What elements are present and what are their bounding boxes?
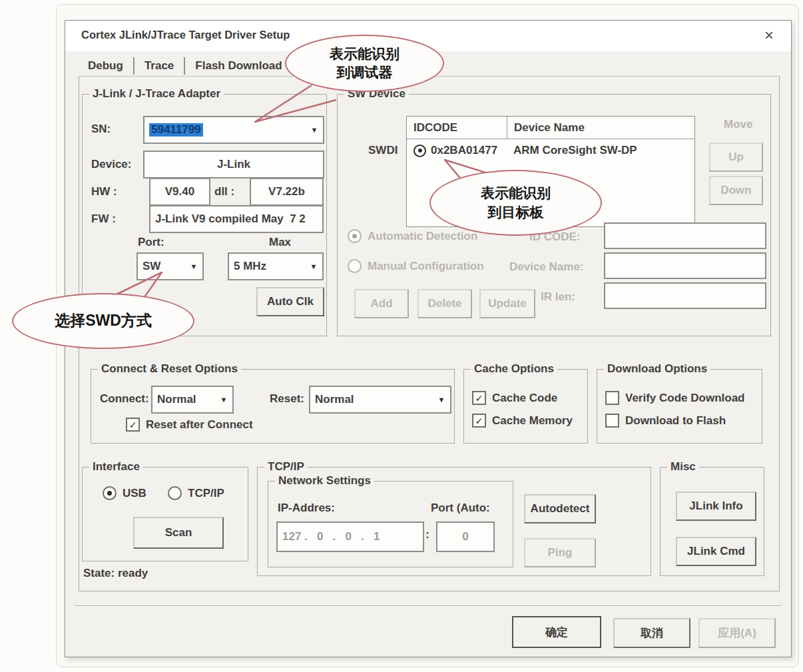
callout-select-swd: 选择SWD方式 [12, 293, 194, 349]
idcode-value: 0x2BA01477 [431, 144, 497, 157]
autodetect-button[interactable]: Autodetect [524, 494, 596, 523]
port-auto-label: Port (Auto: [431, 502, 490, 515]
ir-len-input[interactable] [604, 282, 766, 309]
ip-address-input: 127 . 0 . 0 . 1 [276, 521, 424, 552]
jlink-cmd-button[interactable]: JLink Cmd [676, 537, 756, 566]
table-row[interactable]: 0x2BA01477 ARM CoreSight SW-DP [407, 139, 694, 162]
sn-value: 59411799 [149, 123, 203, 137]
hw-field: V9.40 [149, 178, 210, 206]
device-name-header: Device Name [507, 121, 591, 135]
usb-radio[interactable]: USB [103, 486, 146, 500]
apply-button: 应用(A) [698, 618, 776, 648]
device-name-input[interactable] [604, 252, 766, 279]
misc-group: Misc JLink Info JLink Cmd [660, 467, 764, 576]
tab-trace[interactable]: Trace [134, 57, 185, 75]
update-button: Update [479, 289, 535, 318]
checkbox-unchecked-icon: ✓ [605, 391, 619, 405]
cache-memory-checkbox[interactable]: ✓ Cache Memory [472, 414, 573, 428]
reset-after-connect-checkbox[interactable]: ✓ Reset after Connect [126, 418, 253, 432]
dll-field: V7.22b [250, 178, 324, 206]
state-text: State: ready [83, 567, 148, 580]
swdio-row-label: SWDI [368, 144, 398, 157]
ir-len-label: IR len: [541, 290, 575, 304]
cache-code-checkbox[interactable]: ✓ Cache Code [472, 391, 557, 405]
manual-configuration-radio: Manual Configuration [348, 259, 484, 273]
verify-code-download-checkbox[interactable]: ✓ Verify Code Download [605, 391, 744, 405]
sn-combobox[interactable]: 59411799 ▼ [143, 116, 324, 144]
port-input: 0 [436, 521, 495, 552]
hw-label: HW : [91, 185, 117, 198]
fw-field: J-Link V9 compiled May 7 2 [149, 205, 324, 233]
move-down-button: Down [709, 176, 763, 205]
tab-flash-download[interactable]: Flash Download [185, 57, 293, 75]
auto-clk-button[interactable]: Auto Clk [256, 287, 324, 316]
delete-button: Delete [417, 289, 472, 318]
chevron-down-icon[interactable]: ▼ [306, 126, 323, 134]
misc-legend: Misc [667, 460, 699, 474]
fw-value: J-Link V9 compiled May 7 2 [150, 212, 310, 226]
radio-checked-icon [348, 229, 362, 243]
reset-label: Reset: [270, 392, 304, 406]
tcpip-radio[interactable]: TCP/IP [168, 486, 224, 500]
connect-combobox[interactable]: Normal ▼ [151, 386, 234, 414]
network-settings-legend: Network Settings [275, 474, 374, 488]
reset-combobox[interactable]: Normal ▼ [309, 386, 451, 414]
ip-address-value: 127 . 0 . 0 . 1 [278, 530, 384, 543]
table-header-row: IDCODE Device Name [407, 117, 694, 139]
device-field: J-Link [143, 151, 324, 178]
colon-separator: : [425, 528, 429, 541]
chevron-down-icon[interactable]: ▼ [305, 262, 322, 270]
adapter-legend: J-Link / J-Trace Adapter [89, 87, 224, 101]
radio-icon [348, 259, 362, 273]
device-label: Device: [91, 158, 131, 171]
max-clock-combobox[interactable]: 5 MHz ▼ [228, 252, 324, 280]
target-detected-icon [413, 145, 426, 157]
device-name-field-label: Device Name: [509, 260, 584, 274]
move-up-button: Up [709, 143, 763, 172]
cache-options-group: Cache Options ✓ Cache Code ✓ Cache Memor… [463, 369, 588, 444]
automatic-detection-radio: Automatic Detection [348, 229, 477, 243]
device-name-value: ARM CoreSight SW-DP [507, 144, 644, 157]
device-value: J-Link [212, 158, 255, 171]
radio-checked-icon [103, 486, 117, 500]
ping-button: Ping [524, 538, 596, 567]
dll-label: dll : [214, 185, 234, 198]
add-button: Add [354, 289, 409, 318]
checkbox-checked-icon: ✓ [126, 418, 140, 432]
footer-separator [75, 605, 782, 607]
chevron-down-icon[interactable]: ▼ [433, 396, 450, 404]
dll-value: V7.22b [264, 185, 310, 198]
port-combobox[interactable]: SW ▼ [136, 252, 204, 280]
interface-legend: Interface [89, 460, 143, 474]
connect-reset-group: Connect & Reset Options Connect: Normal … [91, 369, 455, 444]
max-clock-value: 5 MHz [229, 260, 305, 273]
sn-label: SN: [91, 123, 111, 136]
download-to-flash-checkbox[interactable]: ✓ Download to Flash [605, 414, 726, 428]
tcpip-group: TCP/IP Network Settings IP-Addres: Port … [257, 467, 651, 576]
checkbox-checked-icon: ✓ [472, 391, 486, 405]
ok-button[interactable]: 确定 [512, 616, 601, 648]
checkbox-unchecked-icon: ✓ [605, 414, 619, 428]
cancel-button[interactable]: 取消 [613, 618, 690, 648]
scan-button[interactable]: Scan [133, 517, 224, 549]
checkbox-checked-icon: ✓ [472, 414, 486, 428]
chevron-down-icon[interactable]: ▼ [215, 396, 232, 404]
download-options-legend: Download Options [604, 362, 710, 376]
callout-target-detected: 表示能识别 到目标板 [429, 170, 602, 236]
hw-value: V9.40 [160, 185, 199, 198]
callout-debugger-detected: 表示能识别 到调试器 [285, 35, 444, 92]
dialog-title: Cortex JLink/JTrace Target Driver Setup [81, 29, 290, 41]
port-value: SW [138, 260, 185, 273]
close-icon[interactable]: × [764, 26, 774, 45]
move-label: Move [724, 118, 752, 131]
idcode-header: IDCODE [407, 117, 507, 139]
id-code-input[interactable] [604, 222, 766, 249]
port-label: Port: [138, 236, 164, 249]
reset-value: Normal [310, 393, 433, 406]
jlink-info-button[interactable]: JLink Info [676, 492, 756, 521]
download-options-group: Download Options ✓ Verify Code Download … [597, 369, 762, 444]
tab-debug[interactable]: Debug [84, 57, 134, 75]
port-value: 0 [457, 530, 473, 543]
cache-options-legend: Cache Options [471, 362, 557, 376]
chevron-down-icon[interactable]: ▼ [185, 262, 202, 270]
